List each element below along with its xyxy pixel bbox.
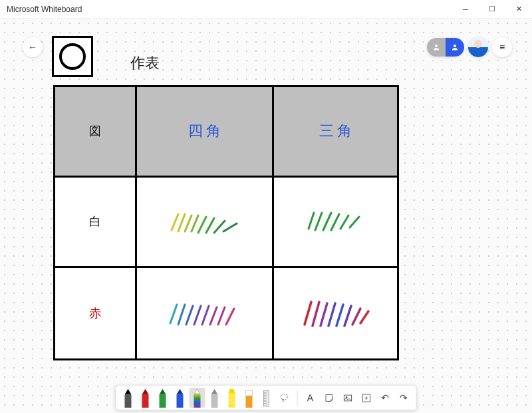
top-right-controls: ≡ [427, 37, 512, 57]
minimize-button[interactable]: ─ [452, 0, 479, 19]
header-cell-2[interactable]: 四 角 [137, 87, 274, 176]
eraser[interactable] [241, 388, 257, 408]
inserted-table[interactable]: 図 四 角 三 角 白 [53, 85, 399, 360]
svg-marker-7 [160, 389, 166, 394]
svg-marker-5 [143, 389, 148, 394]
row2-label-cell[interactable]: 赤 [55, 268, 137, 358]
svg-rect-14 [229, 393, 235, 408]
user-avatar[interactable] [468, 37, 488, 57]
row2-cell3[interactable] [274, 268, 397, 358]
highlighter[interactable] [224, 388, 240, 408]
image-button[interactable] [339, 389, 356, 406]
toolbar-divider [297, 390, 298, 406]
pen-green[interactable] [155, 388, 171, 408]
rainbow-scribble-1 [165, 297, 245, 330]
text-button[interactable]: A [302, 389, 319, 406]
circle-icon [59, 43, 86, 70]
add-button[interactable] [358, 389, 375, 406]
lasso-button[interactable] [276, 389, 293, 406]
pen-rainbow[interactable] [190, 388, 205, 408]
note-button[interactable] [321, 389, 338, 406]
svg-point-24 [281, 394, 288, 400]
pen-blue[interactable] [172, 388, 188, 408]
share-toggle[interactable] [427, 38, 464, 57]
menu-icon: ≡ [499, 42, 505, 53]
svg-marker-15 [229, 389, 235, 393]
header-cell-3[interactable]: 三 角 [274, 87, 397, 176]
pen-black[interactable] [120, 388, 136, 408]
redo-button[interactable]: ↷ [395, 389, 412, 406]
share-shared-icon [446, 38, 464, 57]
green-scribble [295, 205, 375, 238]
arrow-left-icon: ← [28, 42, 37, 53]
rainbow-scribble-2 [295, 297, 375, 330]
share-private-icon [427, 38, 446, 57]
yellow-green-scribble [165, 205, 245, 238]
pen-red[interactable] [138, 388, 154, 408]
svg-marker-13 [212, 389, 217, 394]
redo-icon: ↷ [400, 392, 408, 403]
table-header-row: 図 四 角 三 角 [55, 87, 397, 178]
svg-marker-11 [195, 389, 200, 394]
undo-button[interactable]: ↶ [376, 389, 394, 406]
row2-cell2[interactable] [137, 268, 274, 358]
undo-icon: ↶ [381, 392, 389, 403]
back-button[interactable]: ← [23, 37, 43, 57]
close-button[interactable]: ✕ [505, 0, 532, 19]
svg-marker-9 [178, 389, 183, 394]
row1-label-cell[interactable]: 白 [55, 178, 137, 266]
svg-point-0 [435, 45, 438, 47]
svg-point-1 [454, 45, 456, 47]
settings-button[interactable]: ≡ [492, 37, 512, 57]
circle-sticker[interactable] [52, 36, 93, 77]
bottom-toolbar: A ↶ ↷ [116, 386, 416, 410]
maximize-button[interactable]: ☐ [479, 0, 505, 19]
page-title: 作表 [130, 53, 160, 73]
whiteboard-canvas[interactable]: ← 作表 ≡ 図 四 角 三 角 白 [0, 19, 532, 413]
table-row: 白 [55, 178, 397, 268]
table-row: 赤 [55, 268, 397, 358]
svg-rect-17 [246, 390, 253, 396]
svg-marker-3 [126, 389, 131, 394]
row1-cell3[interactable] [274, 178, 397, 266]
text-icon: A [307, 392, 313, 403]
header-cell-1[interactable]: 図 [55, 87, 137, 176]
window-titlebar: Microsoft Whiteboard ─ ☐ ✕ [0, 0, 532, 19]
svg-rect-16 [246, 396, 253, 408]
app-title: Microsoft Whiteboard [7, 5, 82, 14]
square-outline-icon [52, 36, 93, 77]
pen-gray-hi[interactable] [207, 388, 223, 408]
ruler[interactable] [259, 388, 275, 408]
row1-cell2[interactable] [137, 178, 274, 266]
